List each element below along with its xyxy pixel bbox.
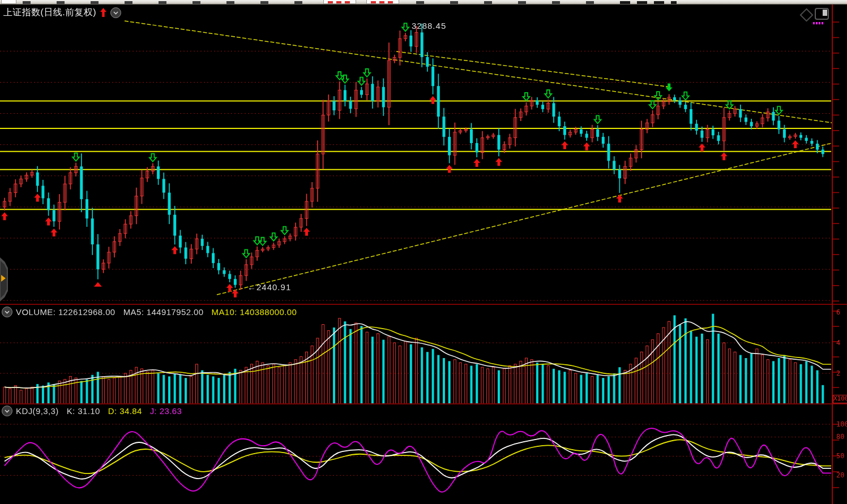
menu-alert-text [328, 1, 352, 3]
volume-value: VOLUME: 122612968.00 [16, 307, 116, 317]
menu-alert-box-1[interactable] [323, 0, 356, 4]
kdj-k-value: K: 31.10 [67, 406, 100, 416]
right-price-axis [832, 4, 833, 504]
split-window-fill [823, 10, 827, 16]
volume-axis-label-2: 2 [836, 369, 840, 377]
volume-ma5: MA5: 144917952.00 [123, 307, 204, 317]
volume-axis-label-6: 6 [836, 308, 840, 316]
magenta-indicator-dots [813, 22, 823, 24]
kdj-indicator-chart[interactable] [0, 403, 847, 504]
split-window-icon[interactable] [815, 8, 829, 20]
volume-unit-label: X10000 [833, 395, 847, 403]
kdj-axis-label-50: 50 [836, 452, 844, 460]
expand-right-icon [1, 275, 6, 282]
trading-app-window: { "window_title": "上证指数(日线.前复权)", "annot… [0, 0, 847, 504]
volume-header-row: VOLUME: 122612968.00 MA5: 144917952.00 M… [2, 307, 297, 317]
kdj-name: KDJ(9,3,3) [16, 406, 59, 416]
menu-bar-clipped[interactable] [0, 0, 847, 5]
menu-text-stubs [23, 1, 317, 4]
volume-ma10: MA10: 140388000.00 [212, 307, 297, 317]
menu-logo-box [1, 0, 16, 4]
peak-price-label: 3288.45 [412, 21, 446, 31]
chart-title-row: 上证指数(日线.前复权) [3, 7, 121, 19]
kdj-axis-label-80: 80 [836, 433, 844, 441]
menu-alert-box-2[interactable] [366, 0, 399, 4]
kdj-header-row: KDJ(9,3,3) K: 31.10 D: 34.84 J: 23.63 [2, 406, 182, 416]
volume-chart[interactable] [0, 304, 847, 403]
menu-text-stubs [416, 1, 609, 4]
chart-title: 上证指数(日线.前复权) [3, 7, 96, 19]
menu-right-glyphs [620, 1, 677, 4]
kdj-j-value: J: 23.63 [150, 406, 182, 416]
volume-axis-label-4: 4 [836, 339, 840, 347]
low-price-label: ←2440.91 [247, 282, 291, 292]
chevron-down-button[interactable] [110, 7, 121, 18]
up-arrow-icon [100, 8, 107, 18]
kdj-axis-label-100: 100 [836, 420, 847, 428]
main-candlestick-chart[interactable] [0, 5, 847, 304]
kdj-axis-label-20: 20 [836, 471, 844, 479]
menu-alert-text [371, 1, 395, 3]
chevron-down-button[interactable] [2, 406, 12, 416]
kdj-d-value: D: 34.84 [108, 406, 142, 416]
chevron-down-button[interactable] [2, 307, 12, 317]
